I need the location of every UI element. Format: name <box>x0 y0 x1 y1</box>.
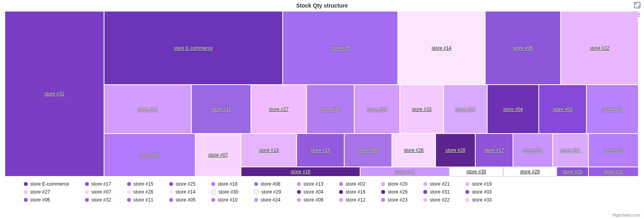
legend-label: store #17 <box>91 181 111 187</box>
legend-label: store #11 <box>133 197 153 203</box>
treemap-cell-store-20[interactable]: store #20 <box>443 85 487 134</box>
treemap-cell-store-26[interactable]: store #26 <box>392 134 436 167</box>
cell-label: store #14 <box>432 45 451 51</box>
legend-item[interactable]: store #07 <box>85 188 111 196</box>
legend-item[interactable]: store #04 <box>297 188 323 196</box>
legend-item[interactable]: store #32 <box>85 196 111 203</box>
legend-item[interactable]: store #06 <box>24 196 69 203</box>
full-screen-icon[interactable] <box>634 2 641 9</box>
legend-item[interactable]: store #23 <box>381 196 407 203</box>
legend-item[interactable]: store #31 <box>423 188 449 196</box>
legend-item[interactable]: store #25 <box>169 180 195 188</box>
legend-label: store #02 <box>345 181 365 187</box>
legend-item[interactable]: store #16 <box>339 188 365 196</box>
legend-item[interactable]: store #20 <box>381 180 407 188</box>
legend-item[interactable]: store #02 <box>339 180 365 188</box>
legend-label: store #04 <box>303 189 323 195</box>
legend-label: store #25 <box>175 181 195 187</box>
legend-label: store #27 <box>30 189 50 195</box>
cell-label: store #30 <box>466 169 486 174</box>
treemap-cell-store-05[interactable]: store #05 <box>283 11 398 85</box>
legend-swatch <box>465 182 469 186</box>
legend-label: store #16 <box>345 189 365 195</box>
legend-item[interactable]: store #33 <box>465 196 492 203</box>
legend-swatch <box>423 190 427 194</box>
treemap-cell-store-21[interactable]: store #21 <box>553 134 588 167</box>
treemap-cell-store-24[interactable]: store #24 <box>513 134 553 167</box>
cell-label: store #17 <box>484 147 504 153</box>
legend-item[interactable]: store #27 <box>24 188 69 196</box>
legend-label: store #28 <box>388 189 407 195</box>
legend-item[interactable]: store #09 <box>297 196 323 203</box>
legend-item[interactable]: store #10 <box>211 196 238 203</box>
treemap-cell-store-16[interactable]: store #16 <box>241 167 360 176</box>
legend-item[interactable]: store #21 <box>423 180 449 188</box>
legend-label: store #23 <box>388 197 407 203</box>
treemap-cell-store-28[interactable]: store #28 <box>436 134 475 167</box>
legend-item[interactable]: store E-commerce <box>24 180 69 188</box>
legend-label: store #18 <box>218 181 237 187</box>
treemap-cell-store-29[interactable]: store #29 <box>503 167 557 176</box>
chart-credits[interactable]: Highcharts.com <box>613 213 640 217</box>
treemap-cell-store-04[interactable]: store #04 <box>487 85 539 134</box>
legend-label: store #30 <box>218 189 238 195</box>
treemap-cell-store-32[interactable]: store #32 <box>588 167 638 176</box>
legend-item[interactable]: store #30 <box>211 188 238 196</box>
legend-item[interactable]: store #08 <box>254 180 281 188</box>
legend-item[interactable]: store #03 <box>465 188 492 196</box>
cell-label: store #27 <box>269 107 289 112</box>
chart-area: Stock Qty structure store #31 store E-co… <box>0 0 644 219</box>
treemap-cell-store-ecommerce[interactable]: store E-commerce <box>104 11 283 85</box>
treemap-cell-store-13[interactable]: store #13 <box>360 167 449 176</box>
legend-item[interactable]: store #15 <box>127 180 153 188</box>
cell-label: store #24 <box>523 147 543 153</box>
treemap-cell-store-18[interactable]: store #18 <box>104 134 195 176</box>
legend-swatch <box>339 190 343 194</box>
legend-swatch <box>297 190 301 194</box>
treemap-cell-store-06[interactable]: store #06 <box>485 11 561 85</box>
treemap-cell-store-02[interactable]: store #02 <box>586 85 638 134</box>
legend-item[interactable]: store #28 <box>381 188 407 196</box>
legend-swatch <box>24 198 28 202</box>
treemap-cell-store-31[interactable]: store #31 <box>5 11 104 176</box>
legend-item[interactable]: store #19 <box>465 180 492 188</box>
treemap-cell-store-25[interactable]: store #25 <box>557 167 588 176</box>
legend-item[interactable]: store #26 <box>127 188 153 196</box>
treemap-cell-store-19[interactable]: store #19 <box>241 134 297 167</box>
treemap-cell-store-10[interactable]: store #10 <box>307 85 354 134</box>
treemap-cell-store-30[interactable]: store #30 <box>449 167 503 176</box>
treemap-cell-store-07[interactable]: store #07 <box>195 134 241 176</box>
treemap-cell-store-17[interactable]: store #17 <box>475 134 513 167</box>
legend-item[interactable]: store #29 <box>254 188 281 196</box>
legend-item[interactable]: store #14 <box>169 188 195 196</box>
treemap-cell-store-15[interactable]: store #15 <box>297 134 344 167</box>
cell-label: store #28 <box>445 147 465 153</box>
treemap-cell-store-09[interactable]: store #09 <box>354 85 400 134</box>
legend-label: store #29 <box>261 189 281 195</box>
cell-label: store #21 <box>561 147 580 153</box>
cell-label: store E-commerce <box>174 45 213 51</box>
legend-item[interactable]: store #24 <box>254 196 281 203</box>
treemap-cell-store-27[interactable]: store #27 <box>251 85 307 134</box>
legend-item[interactable]: store #13 <box>297 180 323 188</box>
legend-item[interactable]: store #05 <box>169 196 195 203</box>
legend-item[interactable]: store #22 <box>423 196 449 203</box>
legend-label: store #33 <box>472 197 492 203</box>
legend-swatch <box>85 190 89 194</box>
legend-label: store #20 <box>388 181 407 187</box>
legend-item[interactable]: store #17 <box>85 180 111 188</box>
treemap-cell-store-08[interactable]: store #08 <box>344 134 392 167</box>
treemap-cell-store-23[interactable]: store #23 <box>588 134 638 167</box>
treemap-cell-store-33[interactable]: store #33 <box>400 85 443 134</box>
legend-item[interactable]: store #12 <box>339 196 365 203</box>
treemap-cell-store-14[interactable]: store #14 <box>398 11 485 85</box>
legend-item[interactable]: store #18 <box>211 180 238 188</box>
treemap-cell-store-22[interactable]: store #22 <box>561 11 638 85</box>
cell-label: store #09 <box>367 107 387 112</box>
legend-swatch <box>381 198 385 202</box>
treemap-cell-store-03[interactable]: store #03 <box>539 85 586 134</box>
treemap-cell-store-11[interactable]: store #11 <box>191 85 251 134</box>
legend-item[interactable]: store #11 <box>127 196 153 203</box>
treemap-cell-store-12[interactable]: store #12 <box>104 85 191 134</box>
cell-label: store #32 <box>604 169 623 174</box>
